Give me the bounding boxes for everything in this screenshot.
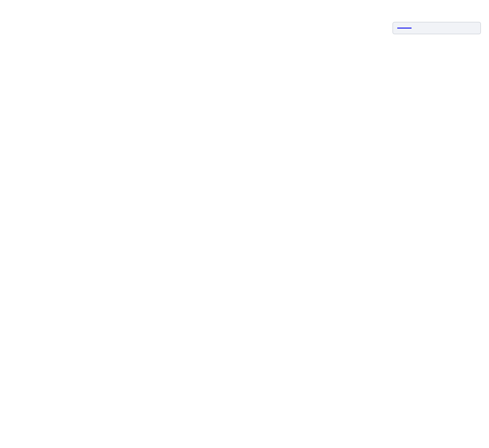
figure <box>0 0 489 448</box>
legend-line-swatch <box>397 28 412 29</box>
legend <box>393 22 481 34</box>
chart-canvas <box>0 0 489 448</box>
